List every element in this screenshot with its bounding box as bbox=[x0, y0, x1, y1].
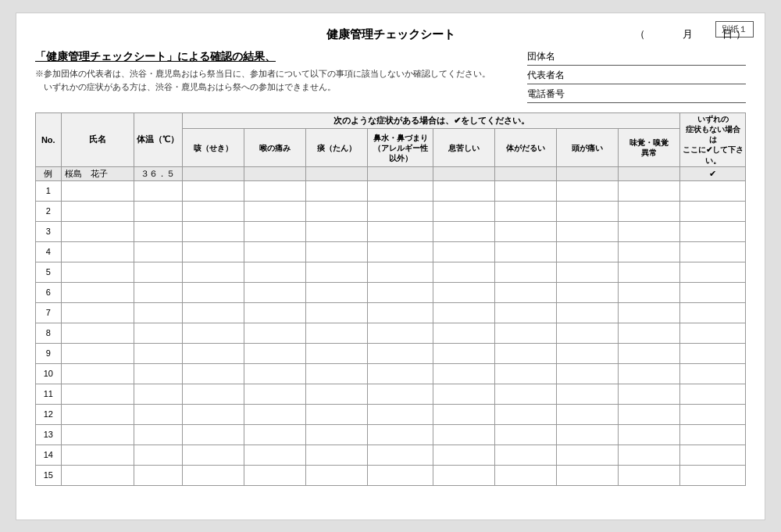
row-s8 bbox=[619, 343, 680, 363]
row-no: 13 bbox=[36, 424, 62, 445]
table-row: 15 bbox=[36, 465, 746, 485]
row-s4 bbox=[368, 363, 433, 384]
row-s2 bbox=[244, 384, 306, 404]
row-s5 bbox=[433, 465, 495, 485]
row-temp bbox=[134, 363, 183, 384]
table-row: 8 bbox=[36, 323, 746, 343]
th-symptom-3: 痰（たん） bbox=[306, 129, 368, 167]
row-s6 bbox=[495, 262, 557, 282]
row-name bbox=[61, 445, 134, 465]
row-name bbox=[61, 241, 134, 262]
header: 健康管理チェックシート （ 月 日 ） bbox=[35, 27, 746, 42]
row-s1 bbox=[183, 241, 244, 262]
intro-note1: ※参加団体の代表者は、渋谷・鹿児島おはら祭当日に、参加者について以下の事項に該当… bbox=[35, 67, 512, 95]
ex-last: ✔ bbox=[680, 166, 746, 180]
row-s9 bbox=[680, 221, 746, 241]
ex-s3 bbox=[306, 166, 368, 180]
info-label-tel: 電話番号 bbox=[527, 87, 576, 101]
row-s9 bbox=[680, 465, 746, 485]
row-s3 bbox=[306, 384, 368, 404]
row-no: 5 bbox=[36, 262, 62, 282]
th-symptom-group: 次のような症状がある場合は、✔をしてください。 bbox=[183, 112, 680, 129]
row-s4 bbox=[368, 282, 433, 302]
ex-no: 例 bbox=[36, 166, 62, 180]
row-no: 4 bbox=[36, 241, 62, 262]
row-s8 bbox=[619, 363, 680, 384]
row-s9 bbox=[680, 302, 746, 323]
row-name bbox=[61, 302, 134, 323]
row-s3 bbox=[306, 241, 368, 262]
ex-s4 bbox=[368, 166, 433, 180]
row-s8 bbox=[619, 302, 680, 323]
table-row: 4 bbox=[36, 241, 746, 262]
row-s6 bbox=[495, 221, 557, 241]
row-s3 bbox=[306, 404, 368, 424]
row-s6 bbox=[495, 445, 557, 465]
th-symptom-6: 体がだるい bbox=[495, 129, 557, 167]
row-s4 bbox=[368, 180, 433, 201]
row-s1 bbox=[183, 302, 244, 323]
row-s9 bbox=[680, 323, 746, 343]
info-label-group: 団体名 bbox=[527, 50, 576, 63]
row-s3 bbox=[306, 282, 368, 302]
row-name bbox=[61, 323, 134, 343]
row-s5 bbox=[433, 424, 495, 445]
row-s1 bbox=[183, 445, 244, 465]
row-no: 15 bbox=[36, 465, 62, 485]
info-row-group: 団体名 bbox=[527, 50, 746, 66]
row-s2 bbox=[244, 424, 306, 445]
row-s8 bbox=[619, 465, 680, 485]
row-s6 bbox=[495, 343, 557, 363]
row-s6 bbox=[495, 465, 557, 485]
row-s2 bbox=[244, 221, 306, 241]
row-s7 bbox=[557, 384, 619, 404]
row-s9 bbox=[680, 282, 746, 302]
row-s5 bbox=[433, 282, 495, 302]
row-s1 bbox=[183, 180, 244, 201]
row-no: 10 bbox=[36, 363, 62, 384]
row-s2 bbox=[244, 343, 306, 363]
row-s8 bbox=[619, 445, 680, 465]
date-close: ） bbox=[736, 27, 746, 41]
row-s4 bbox=[368, 424, 433, 445]
row-s9 bbox=[680, 384, 746, 404]
row-s1 bbox=[183, 384, 244, 404]
row-temp bbox=[134, 384, 183, 404]
row-s8 bbox=[619, 282, 680, 302]
row-s2 bbox=[244, 323, 306, 343]
date-month-label: 月 bbox=[683, 27, 693, 41]
row-s5 bbox=[433, 241, 495, 262]
row-no: 8 bbox=[36, 323, 62, 343]
row-no: 7 bbox=[36, 302, 62, 323]
row-s4 bbox=[368, 323, 433, 343]
row-s7 bbox=[557, 424, 619, 445]
table-row: 6 bbox=[36, 282, 746, 302]
row-s1 bbox=[183, 363, 244, 384]
info-label-rep: 代表者名 bbox=[527, 69, 576, 82]
row-s9 bbox=[680, 363, 746, 384]
row-temp bbox=[134, 323, 183, 343]
row-s6 bbox=[495, 363, 557, 384]
row-no: 9 bbox=[36, 343, 62, 363]
row-name bbox=[61, 363, 134, 384]
row-s4 bbox=[368, 201, 433, 221]
row-s7 bbox=[557, 465, 619, 485]
ex-s6 bbox=[495, 166, 557, 180]
table-row: 10 bbox=[36, 363, 746, 384]
row-s3 bbox=[306, 180, 368, 201]
row-s4 bbox=[368, 221, 433, 241]
table-body: 例 桜島 花子 ３６．５ ✔ 123456789101112131415 bbox=[36, 166, 746, 485]
row-s2 bbox=[244, 282, 306, 302]
row-s4 bbox=[368, 241, 433, 262]
row-temp bbox=[134, 343, 183, 363]
row-s9 bbox=[680, 445, 746, 465]
row-s4 bbox=[368, 343, 433, 363]
row-s8 bbox=[619, 180, 680, 201]
page-title: 健康管理チェックシート bbox=[326, 27, 455, 42]
ex-name: 桜島 花子 bbox=[61, 166, 134, 180]
row-s5 bbox=[433, 384, 495, 404]
row-s4 bbox=[368, 302, 433, 323]
table-row: 1 bbox=[36, 180, 746, 201]
row-s5 bbox=[433, 201, 495, 221]
row-s2 bbox=[244, 302, 306, 323]
